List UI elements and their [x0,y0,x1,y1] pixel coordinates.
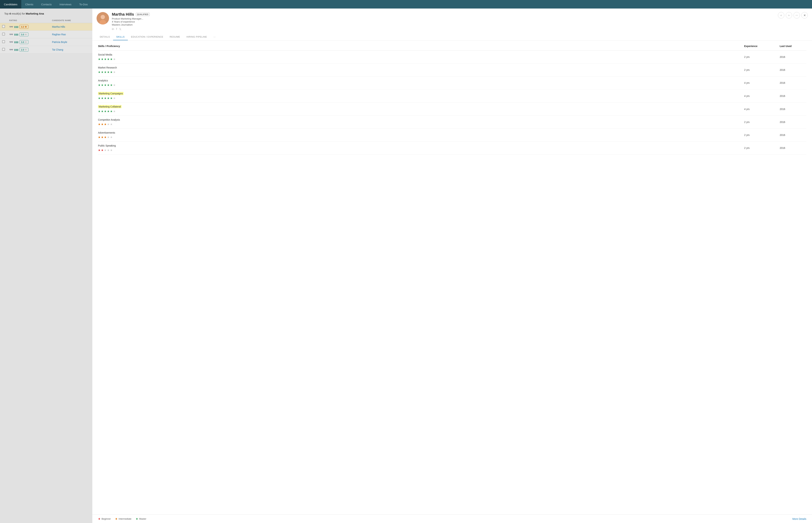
legend-master: ★ Master [136,517,146,521]
tab-resume[interactable]: RESUME [166,34,183,40]
skill-name-cell: Advertisements ★ ★ ★ ★ ★ [98,129,744,142]
stars-row: ★ ★ ★ ★ ★ [98,148,744,152]
close-button[interactable]: ✕ [801,12,808,18]
icons-cell: 👓 ▮▮▮ 3.0 ★ [9,40,48,44]
star-empty-icon: ★ [25,48,27,51]
skill-name-cell: Analytics ★ ★ ★ ★ ★ ★ [98,76,744,89]
candidate-name[interactable]: Martha Hills [52,25,65,28]
star-5: ★ [110,96,112,100]
skill-row: Marketing Campaigns ★ ★ ★ ★ ★ ★ 4 yrs [98,89,806,103]
main-layout: Top 4 result(s) for Marketing Ana RATING… [0,8,812,523]
col-checkbox [0,18,7,23]
skill-last-cell: 2016 [780,51,806,64]
facebook-icon[interactable]: f [116,28,117,31]
checkbox[interactable] [2,33,5,35]
star-2: ★ [101,57,104,61]
detail-title: Product Marketing Manager... [112,17,775,20]
legend-beginner: ★ Beginner [98,517,111,521]
skill-last-used: 2016 [780,82,785,84]
nav-contacts[interactable]: Contacts [37,0,56,8]
row-name-cell: Raghav Rao [50,31,92,38]
more-details-link[interactable]: More Details [792,518,806,520]
stars-row: ★ ★ ★ ★ ★ ★ [98,70,744,74]
result-count: 4 [9,12,11,15]
star-5: ★ [110,136,112,139]
tab-education[interactable]: EDUCATION / EXPERIENCE [128,34,166,40]
stars-row: ★ ★ ★ ★ ★ ★ [98,84,744,87]
bars-icon: ▮▮▮ [14,48,18,51]
star-2: ★ [101,96,104,100]
beginner-label: Beginner [102,518,111,520]
nav-clients[interactable]: Clients [21,0,37,8]
search-header: Top 4 result(s) for Marketing Ana [0,8,92,18]
more-options-button[interactable]: ··· [794,12,800,18]
detail-experience: 4 Years of experience [112,20,775,23]
skill-row: Advertisements ★ ★ ★ ★ ★ 2 yrs 2016 [98,129,806,142]
binoculars-icon: 👓 [9,25,13,29]
tab-details[interactable]: DETAILS [96,34,113,40]
checkbox[interactable] [2,25,5,28]
panel-header: Martha Hills QUALIFIED Product Marketing… [92,8,812,40]
candidates-panel: Top 4 result(s) for Marketing Ana RATING… [0,8,92,523]
star-6: ★ [113,110,116,113]
skill-exp-cell: 4 yrs [744,89,780,103]
star-1: ★ [98,110,101,113]
skill-row: Social Media ★ ★ ★ ★ ★ ★ 2 yrs 2016 [98,51,806,64]
binoculars-icon: 👓 [9,48,13,52]
table-row[interactable]: 👓 ▮▮▮ 4.0 ★ Martha Hills [0,23,92,31]
candidate-name[interactable]: Tai Chang [52,48,63,51]
skill-experience: 2 yrs [744,146,749,149]
col-experience: Experience [744,45,780,51]
top-nav: Candidates Clients Contacts Interviews T… [0,0,812,8]
detail-education: Masters Journalism [112,23,775,26]
star-1: ★ [98,148,101,152]
icons-cell: 👓 ▮▮▮ 3.0 ★ [9,33,48,36]
star-3: ★ [104,148,107,152]
nav-todos[interactable]: To-Dos [75,0,92,8]
row-name-cell: Martha Hills [50,23,92,31]
linkedin-icon[interactable]: in [112,28,114,31]
tab-hiring[interactable]: HIRING PIPELINE [183,34,210,40]
star-2: ★ [101,84,104,87]
twitter-icon[interactable]: 𝕏 [119,28,121,31]
skill-experience: 4 yrs [744,108,749,110]
star-6: ★ [113,96,116,100]
star-1: ★ [98,136,101,139]
skill-row: Marketing Collateral ★ ★ ★ ★ ★ ★ 4 yrs [98,103,806,116]
bars-icon: ▮▮▮ [14,25,18,28]
star-5: ★ [110,110,112,113]
star-3: ★ [104,84,107,87]
candidate-name[interactable]: Raghav Rao [52,33,66,36]
table-row[interactable]: 👓 ▮▮▮ 2.0 ★ Tai Chang [0,46,92,54]
candidate-name[interactable]: Patricia Boyle [52,41,67,43]
nav-interviews[interactable]: Interviews [56,0,75,8]
stars-row: ★ ★ ★ ★ ★ ★ [98,110,744,113]
nav-candidates[interactable]: Candidates [0,0,21,8]
detail-panel: Martha Hills QUALIFIED Product Marketing… [92,8,812,523]
rating-value: 3.0 [21,33,24,36]
col-name: CANDIDATE NAME [50,18,92,23]
tab-skills[interactable]: SKILLS [113,34,128,40]
skill-experience: 2 yrs [744,121,749,124]
table-row[interactable]: 👓 ▮▮▮ 3.0 ★ Patricia Boyle [0,38,92,46]
tab-more[interactable]: ··· [210,34,219,40]
star-4: ★ [107,57,109,61]
skill-name-cell: Social Media ★ ★ ★ ★ ★ ★ [98,51,744,64]
table-row[interactable]: 👓 ▮▮▮ 3.0 ★ Raghav Rao [0,31,92,38]
star-3: ★ [104,96,107,100]
star-4: ★ [107,110,109,113]
checkbox[interactable] [2,48,5,51]
prev-button[interactable]: ‹ [778,12,784,18]
skill-exp-cell: 4 yrs [744,76,780,89]
star-empty-icon: ★ [25,33,27,36]
candidate-name-row: Martha Hills QUALIFIED [112,12,775,17]
panel-actions: ‹ › ··· ✕ [778,12,808,18]
skill-last-cell: 2016 [780,103,806,116]
skill-experience: 2 yrs [744,69,749,71]
next-button[interactable]: › [786,12,792,18]
star-2: ★ [101,123,104,126]
skill-name-cell: Public Speaking ★ ★ ★ ★ ★ [98,142,744,155]
checkbox[interactable] [2,40,5,43]
skill-row: Public Speaking ★ ★ ★ ★ ★ 2 yrs 2016 [98,142,806,155]
legend-bar: ★ Beginner ★ Intermediate ★ Master More … [92,515,812,523]
